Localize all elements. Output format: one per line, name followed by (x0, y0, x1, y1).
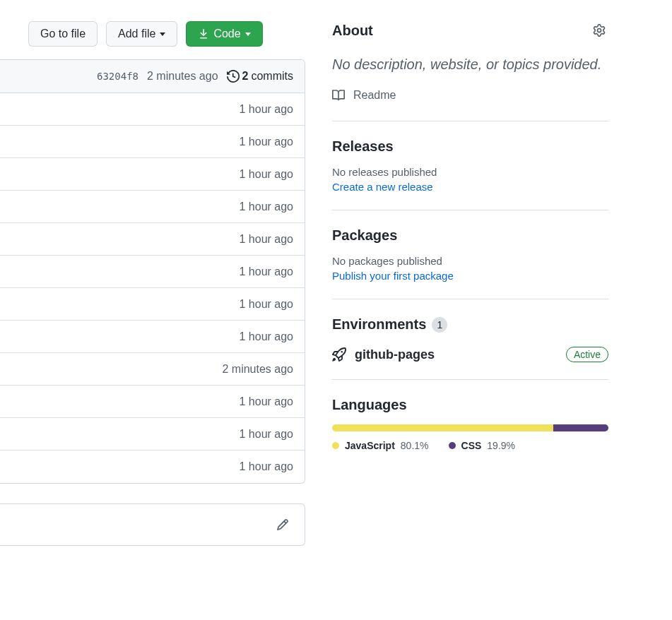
add-file-button[interactable]: Add file (106, 21, 177, 47)
environments-count: 1 (432, 317, 447, 333)
file-row[interactable]: 1 hour ago (0, 386, 305, 418)
environment-item[interactable]: github-pages Active (332, 347, 608, 362)
file-row-time: 1 hour ago (239, 298, 293, 311)
file-row-time: 1 hour ago (239, 428, 293, 441)
file-row[interactable]: 1 hour ago (0, 418, 305, 451)
file-row-time: 1 hour ago (239, 103, 293, 116)
language-dot (332, 442, 339, 449)
download-icon (198, 28, 209, 40)
file-row-time: 1 hour ago (239, 330, 293, 343)
history-icon (227, 70, 240, 83)
action-bar: Go to file Add file Code (0, 21, 305, 47)
environments-heading: Environments (332, 316, 426, 333)
file-row[interactable]: 1 hour ago (0, 158, 305, 191)
file-row-time: 2 minutes ago (222, 363, 293, 376)
file-row-time: 1 hour ago (239, 233, 293, 246)
commits-link[interactable]: 2 commits (227, 70, 293, 83)
environments-section: Environments 1 github-pages Active (332, 316, 608, 380)
commit-time: 2 minutes ago (147, 70, 218, 83)
file-row-time: 1 hour ago (239, 136, 293, 148)
file-row[interactable]: 1 hour ago (0, 288, 305, 321)
file-row[interactable]: 1 hour ago (0, 126, 305, 158)
commit-count: 2 (242, 70, 249, 83)
go-to-file-label: Go to file (40, 27, 86, 41)
file-row[interactable]: 1 hour ago (0, 93, 305, 126)
commit-header: 63204f8 2 minutes ago 2 commits (0, 60, 305, 93)
file-row-time: 1 hour ago (239, 460, 293, 473)
book-icon (332, 89, 345, 102)
packages-empty: No packages published (332, 255, 608, 267)
packages-heading: Packages (332, 227, 608, 244)
readme-label: Readme (353, 89, 396, 102)
commits-word: commits (251, 70, 293, 83)
gear-icon (593, 24, 606, 37)
edit-readme-button[interactable] (272, 514, 293, 535)
caret-down-icon (245, 32, 251, 36)
language-item[interactable]: JavaScript80.1% (332, 440, 429, 451)
releases-heading: Releases (332, 138, 608, 155)
file-row-time: 1 hour ago (239, 201, 293, 213)
about-description: No description, website, or topics provi… (332, 54, 608, 75)
file-row[interactable]: 1 hour ago (0, 256, 305, 288)
file-list-box: 63204f8 2 minutes ago 2 commits 1 hour a… (0, 59, 305, 484)
file-row[interactable]: 1 hour ago (0, 451, 305, 483)
create-release-link[interactable]: Create a new release (332, 181, 433, 193)
languages-bar (332, 424, 608, 431)
language-name: JavaScript (345, 440, 395, 451)
edit-about-button[interactable] (590, 21, 608, 40)
languages-section: Languages JavaScript80.1%CSS19.9% (332, 397, 608, 468)
file-row[interactable]: 1 hour ago (0, 321, 305, 353)
file-row[interactable]: 1 hour ago (0, 223, 305, 256)
environment-name: github-pages (355, 347, 558, 362)
language-percent: 80.1% (401, 440, 429, 451)
pencil-icon (276, 518, 289, 531)
file-row-time: 1 hour ago (239, 168, 293, 181)
language-segment (553, 424, 608, 431)
language-name: CSS (461, 440, 482, 451)
languages-list: JavaScript80.1%CSS19.9% (332, 440, 608, 451)
commit-sha[interactable]: 63204f8 (97, 71, 138, 82)
file-row[interactable]: 1 hour ago (0, 191, 305, 223)
readme-panel (0, 503, 305, 546)
about-section: About No description, website, or topics… (332, 21, 608, 121)
caret-down-icon (160, 32, 165, 36)
releases-section: Releases No releases published Create a … (332, 138, 608, 210)
file-row[interactable]: 2 minutes ago (0, 353, 305, 386)
releases-empty: No releases published (332, 166, 608, 178)
code-label: Code (213, 27, 240, 41)
language-dot (449, 442, 456, 449)
languages-heading: Languages (332, 397, 608, 413)
file-row-time: 1 hour ago (239, 395, 293, 408)
add-file-label: Add file (118, 27, 155, 41)
language-percent: 19.9% (487, 440, 515, 451)
file-row-time: 1 hour ago (239, 266, 293, 278)
packages-section: Packages No packages published Publish y… (332, 227, 608, 299)
code-button[interactable]: Code (186, 21, 262, 47)
readme-link[interactable]: Readme (332, 89, 396, 102)
environment-status: Active (566, 347, 608, 362)
about-heading: About (332, 23, 373, 39)
go-to-file-button[interactable]: Go to file (28, 21, 98, 47)
rocket-icon (332, 347, 346, 362)
language-item[interactable]: CSS19.9% (449, 440, 516, 451)
language-segment (332, 424, 553, 431)
publish-package-link[interactable]: Publish your first package (332, 270, 454, 282)
